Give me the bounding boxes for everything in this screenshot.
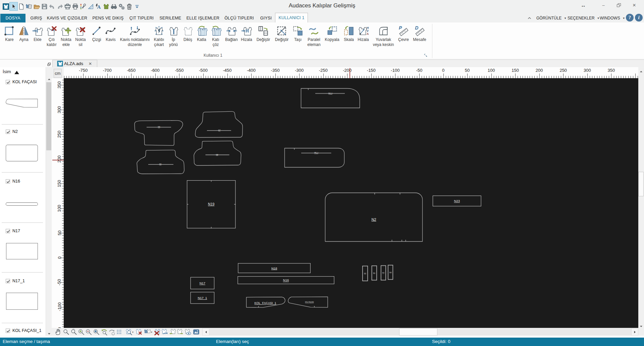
pattern-piece-N9[interactable]: N9 [135, 120, 183, 145]
tool-degistir-cevir[interactable]: Değiştir [257, 26, 270, 42]
scrollbar-thumb[interactable] [638, 172, 644, 196]
pattern-piece-N17[interactable]: N17 [191, 277, 214, 289]
piece-pair-menu-icon[interactable] [144, 328, 151, 336]
pattern-piece-N19[interactable]: N19 [187, 180, 236, 229]
menu-windows[interactable]: WINDOWS▼ [600, 14, 625, 22]
ribbon-tab-serileme[interactable]: SERILEME [156, 14, 185, 22]
image-view-icon[interactable] [193, 328, 200, 336]
zoom-window-icon[interactable] [70, 328, 77, 336]
tool-ekle[interactable]: Ekle [32, 26, 43, 42]
piece-eye-icon[interactable] [184, 328, 192, 336]
zoom-previous-icon[interactable] [101, 328, 108, 336]
zoom-out-icon[interactable] [85, 328, 92, 336]
pattern-canvas[interactable]: N2_1N9N7N8N6N5_1N19N2N23N18N16N17N17_1KO… [64, 78, 638, 328]
tool-mesafe[interactable]: DMesafe [413, 26, 426, 42]
piece-arrow-right-icon[interactable] [176, 328, 184, 336]
sidebar-item[interactable]: KOL FAÇASI_1 [6, 328, 41, 333]
document-tab-close-icon[interactable]: ✕ [88, 61, 93, 66]
pattern-piece-N2_1[interactable]: N2_1 [301, 89, 360, 108]
zoom-selected-icon[interactable] [93, 328, 100, 336]
tool-kati-coz[interactable]: Katı çöz [210, 26, 221, 47]
pattern-piece-N16[interactable]: N16 [238, 277, 334, 284]
checkbox-checked-icon[interactable] [6, 229, 10, 233]
sort-ascending-icon[interactable] [14, 71, 19, 74]
ribbon-tab-giri-[interactable]: GIRIŞ [27, 14, 45, 22]
tool-nokta-ekle[interactable]: Nokta ekle [60, 26, 72, 47]
scroll-up-icon[interactable] [638, 68, 644, 75]
sidebar-item[interactable]: N17 [6, 229, 20, 233]
menu-seçenekler[interactable]: SEÇENEKLER▼ [568, 14, 600, 22]
pattern-piece-N18[interactable]: N18 [238, 263, 310, 273]
tool-kalibi-cikart[interactable]: Kalıbı çıkart [153, 26, 165, 47]
info-button[interactable]: i [635, 14, 643, 21]
pattern-piece-KOL_FAÇASI_1[interactable]: KOL_FAÇASI_1 [247, 297, 285, 307]
restore-button[interactable] [611, 0, 627, 10]
ribbon-tab-kavis-ve-izgiler[interactable]: KAVIS VE ÇIZGILER [44, 14, 91, 22]
zoom-next-icon[interactable] [108, 328, 115, 336]
scroll-right-icon[interactable] [631, 328, 638, 336]
pattern-piece-N5_1[interactable]: N5_1 [285, 148, 344, 167]
pattern-piece-N17_1[interactable]: N17_1 [191, 292, 214, 303]
pattern-piece-N2[interactable]: N2 [325, 193, 423, 242]
tool-paralel-eleman[interactable]: Paralel eleman [307, 26, 320, 47]
tool-ip-yonu[interactable]: İp yönü [168, 26, 179, 47]
zoom-in-icon[interactable] [77, 328, 85, 336]
sidebar-header[interactable]: İsim [3, 69, 11, 74]
pan-hand-icon[interactable] [54, 328, 62, 336]
sidebar-item[interactable]: KOL FAÇASI [6, 80, 37, 84]
pattern-piece-N8[interactable]: N8 [194, 141, 241, 165]
fit-width-button[interactable]: ↔ [577, 0, 590, 10]
checkbox-checked-icon[interactable] [6, 329, 10, 333]
scrollbar-thumb[interactable] [399, 328, 437, 336]
checkbox-checked-icon[interactable] [6, 279, 10, 283]
tool-kavis[interactable]: Kavis [105, 26, 116, 42]
checkbox-checked-icon[interactable] [6, 130, 10, 134]
checkbox-checked-icon[interactable] [6, 80, 10, 84]
piece-delete-icon[interactable] [153, 328, 161, 336]
tool-nokta-sil[interactable]: Nokta sil [75, 26, 86, 47]
ribbon-tab-pens-ve-diki-[interactable]: PENS VE DIKIŞ [89, 14, 127, 22]
piece-zoom-menu-icon[interactable] [125, 328, 132, 336]
minimize-button[interactable]: – [596, 0, 611, 10]
ribbon-tab--l-tipleri[interactable]: ÖLÇÜ TIPLERI [221, 14, 257, 22]
ribbon-tab-kullanici-1[interactable]: KULLANICI 1 [275, 13, 308, 22]
canvas-horizontal-scrollbar[interactable] [202, 328, 638, 336]
dropdown-caret-icon[interactable]: ▼ [132, 331, 134, 333]
sidebar-scrollbar[interactable] [46, 67, 52, 337]
close-button[interactable]: ✕ [627, 0, 642, 10]
undock-panel-icon[interactable] [47, 62, 51, 66]
checkbox-checked-icon[interactable] [6, 179, 10, 184]
tool-skala[interactable]: Skala [343, 26, 355, 42]
ribbon-tab-giysi[interactable]: GIYSI [257, 14, 275, 22]
scroll-up-icon[interactable] [46, 76, 52, 82]
tool-tasi[interactable]: Taşı [292, 26, 304, 42]
tool-ayna[interactable]: Ayna [18, 26, 30, 42]
tool-dikis[interactable]: Dikiş [182, 26, 194, 42]
pattern-piece-KOL FAÇASI[interactable]: KOL FAÇASI [288, 297, 328, 307]
tool-cevre[interactable]: PÇevre [398, 26, 409, 42]
ribbon-tab-elle-i-lemler[interactable]: ELLE IŞLEMLER [183, 14, 223, 22]
sidebar-item[interactable]: N17_1 [6, 279, 25, 283]
tool-katla[interactable]: Katla [196, 26, 207, 42]
piece-hide-icon[interactable] [135, 328, 143, 336]
tool-cizgi[interactable]: Çizgi [91, 26, 102, 42]
piece-refresh-view-icon[interactable] [161, 328, 168, 336]
tool-kare[interactable]: Kare [4, 26, 15, 42]
ribbon-tab-dosya[interactable]: DOSYA [0, 14, 25, 22]
dropdown-caret-icon[interactable]: ▼ [151, 331, 153, 333]
pattern-piece-N21[interactable]: N21 [372, 266, 377, 280]
piece-arrow-left-icon[interactable] [169, 328, 176, 336]
tool-yuvarlak-keskin[interactable]: Yuvarlak veya keskin [373, 26, 394, 47]
ribbon-collapse-icon[interactable] [527, 16, 532, 20]
scrollbar-thumb[interactable] [46, 82, 51, 150]
pattern-piece-N22[interactable]: N22 [381, 265, 386, 280]
tool-baglan[interactable]: Bağlan [225, 26, 237, 42]
tool-degistir-kose[interactable]: Değiştir [275, 26, 289, 42]
scroll-left-icon[interactable] [202, 328, 209, 336]
sidebar-item[interactable]: N2 [6, 129, 18, 134]
tool-hizala-hva[interactable]: HVAHizala [358, 26, 369, 42]
zoom-icon[interactable] [62, 328, 70, 336]
pattern-piece-N23[interactable]: N23 [433, 196, 481, 206]
grid-points-icon[interactable] [115, 328, 123, 336]
ribbon-tab--it-tipleri[interactable]: ÇIT TIPLERI [126, 14, 157, 22]
